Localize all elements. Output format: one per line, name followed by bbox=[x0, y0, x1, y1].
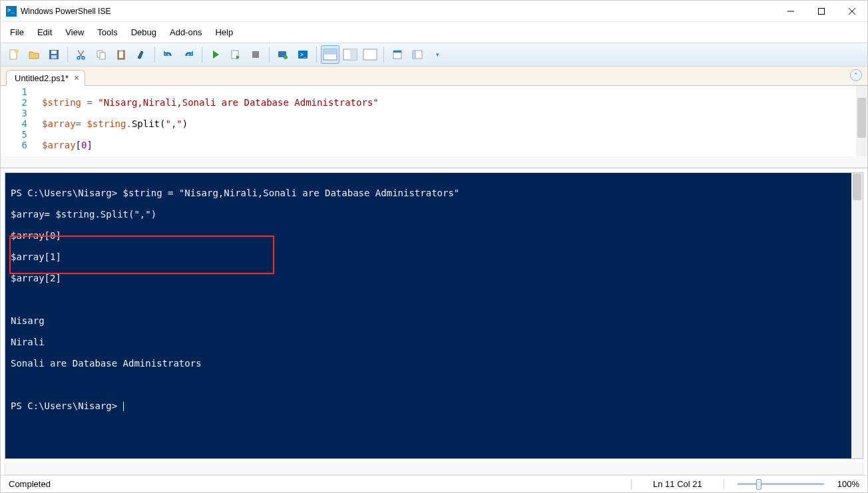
tab-untitled2[interactable]: Untitled2.ps1* × bbox=[6, 70, 85, 86]
line-number: 6 bbox=[1, 140, 27, 150]
toolbar-separator bbox=[67, 47, 68, 63]
svg-rect-7 bbox=[51, 51, 57, 54]
code-area[interactable]: $string = "Nisarg,Nirali,Sonali are Data… bbox=[39, 86, 867, 168]
status-divider bbox=[724, 479, 724, 490]
run-script-button[interactable] bbox=[206, 45, 225, 64]
new-remote-tab-button[interactable] bbox=[274, 45, 292, 64]
tab-close-icon[interactable]: × bbox=[74, 73, 79, 83]
show-script-right-button[interactable] bbox=[341, 45, 359, 64]
stop-button[interactable] bbox=[246, 45, 265, 64]
menu-addons[interactable]: Add-ons bbox=[163, 25, 208, 40]
tab-label: Untitled2.ps1* bbox=[15, 73, 69, 83]
menu-view[interactable]: View bbox=[59, 25, 91, 40]
zoom-percent: 100% bbox=[837, 479, 859, 489]
console-text: $array[0] bbox=[11, 230, 857, 241]
console-scrollbar-horizontal[interactable] bbox=[5, 463, 863, 475]
maximize-button[interactable] bbox=[806, 1, 837, 21]
svg-text:>_: >_ bbox=[300, 52, 307, 58]
toolbar-separator bbox=[383, 47, 384, 63]
svg-rect-30 bbox=[393, 51, 401, 53]
slider-track[interactable] bbox=[738, 483, 824, 485]
save-button[interactable] bbox=[45, 45, 63, 64]
console-output: Nisarg bbox=[11, 315, 857, 326]
open-file-button[interactable] bbox=[25, 45, 43, 64]
svg-rect-25 bbox=[324, 49, 337, 55]
line-number: 1 bbox=[1, 86, 27, 97]
show-script-top-button[interactable] bbox=[321, 45, 339, 64]
new-file-button[interactable] bbox=[5, 45, 23, 64]
menu-tools[interactable]: Tools bbox=[91, 25, 124, 40]
svg-point-11 bbox=[77, 57, 80, 59]
menu-debug[interactable]: Debug bbox=[124, 25, 163, 40]
console-output: Sonali are Database Administrators bbox=[11, 358, 857, 369]
show-command-addon-button[interactable] bbox=[408, 45, 427, 64]
console-cursor bbox=[123, 402, 124, 411]
svg-point-21 bbox=[284, 55, 288, 59]
console-prompt: PS C:\Users\Nisarg> bbox=[11, 401, 123, 411]
menubar: File Edit View Tools Debug Add-ons Help bbox=[1, 22, 867, 43]
collapse-script-pane-button[interactable]: ⌃ bbox=[850, 69, 862, 81]
editor-scrollbar-horizontal[interactable] bbox=[1, 156, 867, 168]
svg-rect-16 bbox=[119, 52, 123, 58]
svg-rect-17 bbox=[119, 50, 123, 52]
toolbar-separator bbox=[316, 47, 317, 63]
window-title: Windows PowerShell ISE bbox=[21, 7, 775, 16]
console-text: $string = "Nisarg,Nirali,Sonali are Data… bbox=[123, 188, 460, 198]
console-prompt: PS C:\Users\Nisarg> bbox=[11, 188, 123, 198]
svg-rect-32 bbox=[413, 51, 416, 59]
console-pane[interactable]: PS C:\Users\Nisarg> $string = "Nisarg,Ni… bbox=[5, 172, 863, 459]
slider-thumb[interactable] bbox=[756, 479, 761, 490]
svg-point-12 bbox=[82, 57, 85, 59]
svg-rect-19 bbox=[252, 51, 259, 58]
window-controls bbox=[775, 1, 867, 21]
line-number: 4 bbox=[1, 118, 27, 129]
statusbar: Completed Ln 11 Col 21 100% bbox=[1, 475, 867, 492]
paste-button[interactable] bbox=[112, 45, 130, 64]
toolbar: >_ ▾ bbox=[1, 43, 867, 67]
svg-point-5 bbox=[15, 49, 19, 53]
console-scrollbar-vertical[interactable] bbox=[851, 173, 863, 458]
scrollbar-thumb[interactable] bbox=[857, 98, 866, 138]
status-divider bbox=[631, 479, 632, 490]
show-command-button[interactable] bbox=[388, 45, 407, 64]
line-number: 5 bbox=[1, 129, 27, 140]
toolbar-separator bbox=[269, 47, 270, 63]
script-editor[interactable]: 1 2 3 4 5 6 $string = "Nisarg,Nirali,Son… bbox=[1, 86, 867, 168]
titlebar: Windows PowerShell ISE bbox=[1, 1, 867, 22]
scrollbar-thumb[interactable] bbox=[853, 174, 861, 200]
clear-button[interactable] bbox=[132, 45, 150, 64]
console-text: $array[2] bbox=[11, 273, 857, 283]
undo-button[interactable] bbox=[159, 45, 178, 64]
show-script-max-button[interactable] bbox=[361, 45, 379, 64]
toolbar-overflow-button[interactable]: ▾ bbox=[428, 45, 447, 64]
svg-rect-14 bbox=[100, 53, 105, 59]
tab-strip: Untitled2.ps1* × ⌃ bbox=[1, 67, 867, 86]
status-line-col: Ln 11 Col 21 bbox=[645, 479, 710, 489]
console-text: $array[1] bbox=[11, 251, 857, 262]
line-gutter: 1 2 3 4 5 6 bbox=[1, 86, 39, 168]
cut-button[interactable] bbox=[72, 45, 91, 64]
status-text: Completed bbox=[9, 479, 618, 489]
console-text: $array= $string.Split(",") bbox=[11, 209, 857, 220]
run-selection-button[interactable] bbox=[226, 45, 245, 64]
line-number: 3 bbox=[1, 108, 27, 118]
toolbar-separator bbox=[154, 47, 155, 63]
powershell-ise-icon bbox=[6, 6, 17, 17]
svg-rect-1 bbox=[819, 8, 825, 14]
menu-edit[interactable]: Edit bbox=[31, 25, 59, 40]
close-button[interactable] bbox=[837, 1, 867, 21]
menu-file[interactable]: File bbox=[3, 25, 31, 40]
svg-rect-27 bbox=[350, 49, 357, 60]
menu-help[interactable]: Help bbox=[208, 25, 240, 40]
svg-rect-8 bbox=[51, 55, 57, 59]
line-number: 2 bbox=[1, 97, 27, 108]
redo-button[interactable] bbox=[179, 45, 198, 64]
editor-scrollbar-vertical[interactable] bbox=[856, 86, 867, 156]
zoom-slider[interactable] bbox=[738, 483, 824, 485]
toolbar-separator bbox=[202, 47, 202, 63]
minimize-button[interactable] bbox=[775, 1, 806, 21]
copy-button[interactable] bbox=[92, 45, 110, 64]
svg-rect-28 bbox=[363, 49, 377, 60]
console-output: Nirali bbox=[11, 337, 857, 347]
powershell-tab-button[interactable]: >_ bbox=[294, 45, 312, 64]
